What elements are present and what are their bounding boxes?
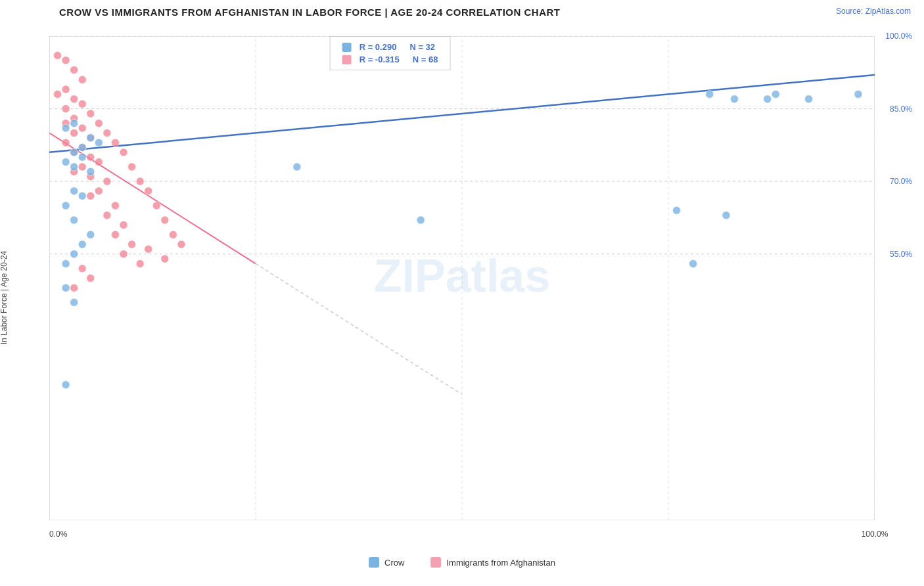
legend-afghanistan: Immigrants from Afghanistan [430,557,555,568]
x-tick-100: 100.0% [862,530,889,539]
svg-point-71 [70,163,78,171]
svg-point-19 [54,90,62,98]
svg-point-88 [689,259,697,267]
svg-point-26 [78,124,86,132]
svg-point-77 [87,231,95,238]
svg-point-52 [120,148,127,156]
svg-point-18 [62,85,70,93]
y-tick-70: 70.0% [890,177,912,186]
svg-point-78 [78,240,86,248]
svg-point-42 [120,221,127,229]
svg-point-75 [62,202,70,210]
svg-point-64 [70,120,78,127]
legend-crow-icon [369,557,379,568]
svg-point-43 [111,231,119,238]
svg-point-62 [70,284,78,292]
svg-point-82 [70,298,78,306]
svg-point-93 [805,95,813,103]
chart-container: CROW VS IMMIGRANTS FROM AFGHANISTAN IN L… [0,0,924,586]
svg-point-50 [95,120,103,127]
svg-point-22 [62,105,70,113]
svg-point-70 [78,153,86,161]
svg-point-69 [62,158,70,166]
legend-afghanistan-icon [430,557,441,568]
svg-point-15 [62,56,70,64]
svg-point-37 [103,177,111,185]
svg-point-34 [78,163,86,171]
y-tick-100: 100.0% [885,32,912,41]
svg-point-89 [706,90,714,98]
svg-point-85 [417,216,425,224]
svg-point-80 [62,259,70,267]
source-label: Source: ZipAtlas.com [836,7,911,16]
svg-point-55 [145,187,152,195]
chart-title: CROW VS IMMIGRANTS FROM AFGHANISTAN IN L… [59,7,911,18]
svg-point-63 [62,124,70,132]
svg-point-32 [87,153,95,161]
svg-point-38 [95,187,103,195]
svg-point-41 [103,212,111,219]
legend-afghanistan-label: Immigrants from Afghanistan [446,558,555,568]
svg-point-14 [54,51,62,59]
svg-point-83 [62,381,70,389]
svg-point-49 [103,129,111,137]
y-tick-85: 85.0% [890,104,912,114]
bottom-legend: Crow Immigrants from Afghanistan [369,557,555,568]
svg-point-46 [136,259,144,267]
svg-point-73 [70,187,78,195]
svg-point-68 [95,139,103,146]
svg-point-79 [70,250,78,258]
svg-point-72 [87,168,95,175]
svg-point-56 [152,202,160,210]
svg-point-74 [78,192,86,200]
y-axis-label: In Labor Force | Age 20-24 [0,251,9,345]
svg-point-84 [293,163,301,171]
svg-point-57 [161,216,169,224]
svg-point-20 [70,95,78,103]
svg-point-92 [772,90,779,98]
svg-point-29 [62,139,70,146]
svg-point-47 [145,245,152,253]
svg-point-40 [111,202,119,210]
svg-point-45 [120,250,127,258]
svg-point-87 [722,212,730,219]
legend-crow-label: Crow [384,558,404,568]
svg-point-54 [136,177,144,185]
svg-point-58 [169,231,177,238]
svg-point-51 [111,139,119,146]
svg-point-76 [70,216,78,224]
svg-point-60 [78,265,86,273]
svg-point-44 [128,240,136,248]
svg-point-53 [128,163,136,171]
svg-point-48 [161,255,169,263]
svg-point-90 [730,95,738,103]
svg-point-59 [177,240,185,248]
svg-point-23 [87,110,95,118]
scatter-plot: ZIPatlas [49,36,875,520]
svg-point-91 [764,95,772,103]
svg-point-21 [78,100,86,108]
svg-point-86 [673,206,681,214]
y-tick-55: 55.0% [890,250,912,259]
svg-point-94 [854,90,862,98]
legend-crow: Crow [369,557,404,568]
x-tick-0: 0.0% [49,530,67,539]
svg-point-33 [95,158,103,166]
svg-point-65 [87,134,95,142]
svg-point-17 [78,76,86,83]
svg-point-66 [78,144,86,152]
svg-point-61 [87,275,95,282]
svg-point-81 [62,284,70,292]
svg-point-16 [70,66,78,74]
svg-point-39 [87,192,95,200]
svg-text:ZIPatlas: ZIPatlas [374,250,550,302]
svg-point-67 [70,148,78,156]
svg-point-27 [70,129,78,137]
